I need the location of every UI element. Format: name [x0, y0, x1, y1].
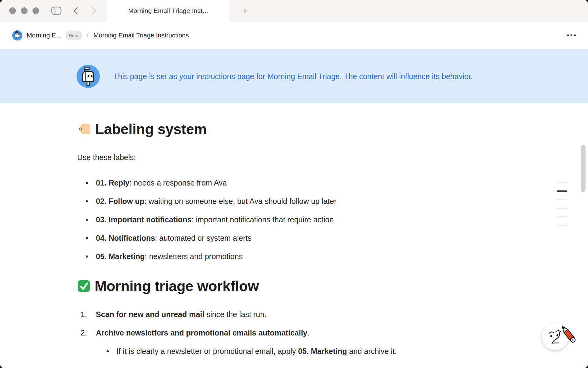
- outline-indicator[interactable]: [557, 182, 567, 233]
- compose-doodle-button[interactable]: [537, 317, 577, 357]
- outline-dash[interactable]: [557, 208, 567, 209]
- new-tab-button[interactable]: +: [240, 6, 250, 16]
- list-item: • 04. Notifications: automated or system…: [85, 233, 588, 243]
- list-item: • 05. Marketing: newsletters and promoti…: [85, 251, 588, 262]
- outline-dash[interactable]: [557, 182, 567, 183]
- minimize-button[interactable]: [21, 7, 28, 14]
- step-number: 2.: [81, 328, 96, 338]
- outline-dash[interactable]: [557, 216, 567, 217]
- labels-list: • 01. Reply: needs a response from Ava •…: [77, 178, 588, 262]
- breadcrumb: Morning E... Beta / Morning Email Triage…: [0, 21, 588, 49]
- mailbox-banner-icon: [77, 65, 100, 88]
- document-content: Labeling system Use these labels: • 01. …: [0, 103, 588, 356]
- list-item: • 01. Reply: needs a response from Ava: [85, 178, 588, 188]
- bullet-icon: •: [85, 251, 96, 262]
- section-heading-labeling-system: Labeling system: [77, 120, 588, 138]
- section-heading-morning-triage-workflow: Morning triage workflow: [77, 277, 588, 295]
- breadcrumb-page-title[interactable]: Morning Email Triage Instructions: [93, 32, 189, 39]
- workflow-substeps: • If it is clearly a newsletter or promo…: [77, 346, 588, 356]
- banner-message: This page is set as your instructions pa…: [113, 70, 510, 83]
- forward-icon[interactable]: [91, 6, 97, 15]
- bullet-icon: •: [85, 214, 96, 225]
- step-number: 1.: [81, 309, 96, 320]
- close-button[interactable]: [9, 7, 16, 14]
- instructions-banner: This page is set as your instructions pa…: [0, 49, 588, 103]
- breadcrumb-app-name[interactable]: Morning E...: [27, 32, 61, 39]
- tab-title: Morning Email Triage Inst...: [128, 7, 208, 14]
- more-options-icon[interactable]: •••: [566, 30, 578, 40]
- list-item: • If it is clearly a newsletter or promo…: [106, 346, 588, 356]
- list-item: • 02. Follow up: waiting on someone else…: [85, 196, 588, 206]
- heading-text: Labeling system: [95, 120, 207, 138]
- list-item: 1. Scan for new and unread mail since th…: [81, 309, 588, 320]
- intro-paragraph: Use these labels:: [77, 152, 588, 163]
- mailbox-app-icon[interactable]: [12, 30, 22, 40]
- tab-active[interactable]: Morning Email Triage Inst...: [107, 0, 229, 21]
- sidebar-toggle-icon[interactable]: [51, 6, 62, 16]
- workflow-steps: 1. Scan for new and unread mail since th…: [77, 309, 588, 338]
- outline-dash[interactable]: [557, 225, 567, 226]
- breadcrumb-separator: /: [87, 32, 89, 39]
- label-tag-emoji: [77, 122, 91, 136]
- app-window: Morning Email Triage Inst... + Morning E…: [0, 0, 588, 368]
- list-item: • 03. Important notifications: important…: [85, 214, 588, 225]
- traffic-lights: [0, 7, 39, 14]
- heading-text: Morning triage workflow: [95, 277, 259, 295]
- beta-badge: Beta: [66, 31, 82, 40]
- outline-dash-active[interactable]: [557, 190, 567, 192]
- outline-dash[interactable]: [557, 199, 567, 200]
- bullet-icon: •: [106, 346, 116, 356]
- list-item: 2. Archive newsletters and promotional e…: [81, 328, 588, 338]
- back-icon[interactable]: [72, 6, 79, 15]
- scrollbar-thumb[interactable]: [581, 145, 586, 192]
- bullet-icon: •: [85, 233, 96, 243]
- zoom-button[interactable]: [32, 7, 39, 14]
- tab-bar: Morning Email Triage Inst... +: [0, 0, 588, 21]
- bullet-icon: •: [85, 196, 96, 206]
- bullet-icon: •: [85, 178, 96, 188]
- check-mark-emoji: [77, 279, 91, 293]
